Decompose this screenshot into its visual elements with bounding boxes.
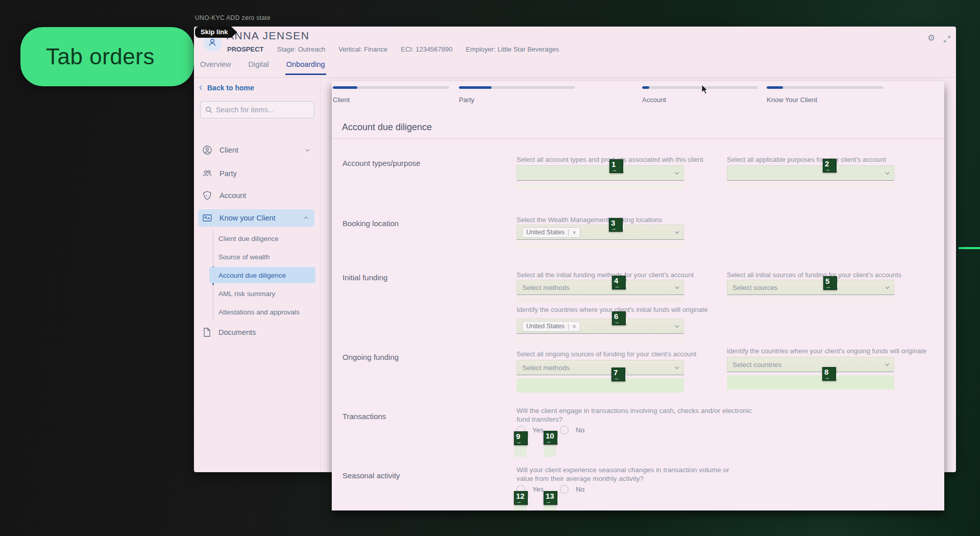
sidebar-item-account[interactable]: Account: [198, 187, 314, 204]
tab-order-badge: 8→: [822, 367, 836, 381]
tab-order-badge: 7→: [611, 368, 625, 381]
chevron-down-icon: [675, 170, 679, 174]
ongoing-sources-select[interactable]: Select methods: [517, 360, 684, 375]
sidebar-item-label: Party: [219, 169, 237, 178]
meta-vertical: Vertical: Finance: [338, 45, 387, 53]
form-panel: Client Party Account Know Your Client Ac…: [332, 81, 944, 510]
chip-label: United States: [526, 229, 565, 236]
chip-remove-icon[interactable]: ×: [572, 323, 576, 330]
field-label: Select the Wealth Management booking loc…: [517, 216, 731, 224]
sidebar-item-label: Client: [219, 146, 238, 154]
tab-order-badge: 1→: [609, 159, 623, 173]
chip-label: United States: [526, 323, 565, 330]
initial-sources-select[interactable]: Select sources: [727, 280, 894, 295]
select-placeholder: Select sources: [732, 284, 778, 291]
progress-track: [642, 86, 758, 89]
gear-icon[interactable]: ⚙: [927, 34, 935, 42]
chevron-down-icon: [675, 229, 679, 233]
expand-icon[interactable]: [943, 35, 951, 43]
green-edge-line: [959, 247, 980, 249]
ghost-strip: [727, 183, 894, 189]
booking-locations-select[interactable]: United States|×: [517, 225, 684, 240]
chevron-down-icon: [885, 284, 889, 288]
back-to-home-label: Back to home: [207, 84, 254, 92]
initial-countries-select[interactable]: United States|×: [517, 319, 684, 334]
tab-order-badge: 2→: [823, 159, 837, 173]
field-label: Identify the countries where your client…: [517, 306, 736, 313]
progress-track: [459, 86, 575, 89]
tab-order-badge: 4→: [612, 276, 626, 289]
progress-fill: [767, 86, 783, 89]
section-seasonal-activity: Seasonal activity: [342, 471, 400, 480]
sidebar-subitem-client-due-diligence[interactable]: Client due diligence: [209, 230, 315, 247]
client-name: ANNA JENSEN: [227, 30, 309, 42]
meta-eci: ECI: 1234567890: [401, 45, 452, 53]
progress-fill: [459, 86, 492, 89]
radio-yes-label: Yes: [532, 426, 544, 434]
ongoing-countries-select[interactable]: Select countries: [727, 357, 894, 372]
chevron-down-icon: [675, 323, 679, 327]
section-ongoing-funding: Ongoing funding: [342, 353, 399, 361]
progress-step-label: Party: [459, 96, 575, 104]
sidebar-subitem-account-due-diligence[interactable]: Account due diligence: [209, 267, 315, 283]
chevron-left-icon: [200, 86, 204, 90]
search-input[interactable]: Search for items...: [200, 101, 314, 118]
header-divider: [194, 77, 956, 78]
sidebar-subitem-attestations[interactable]: Attestations and approvals: [209, 304, 315, 320]
page-title: Account due diligence: [342, 122, 432, 133]
sidebar-item-documents[interactable]: Documents: [198, 324, 314, 341]
chevron-down-icon: [885, 170, 889, 174]
client-meta: PROSPECT Stage: Outreach Vertical: Finan…: [227, 45, 559, 53]
progress-step-label: Client: [333, 96, 449, 104]
account-purposes-select[interactable]: [727, 165, 894, 181]
ghost-strip: [517, 242, 684, 249]
sidebar-subitem-source-of-wealth[interactable]: Source of wealth: [209, 249, 315, 265]
section-booking-location: Booking location: [342, 219, 399, 228]
sidebar-item-client[interactable]: Client: [198, 141, 314, 159]
ghost-strip: [544, 505, 556, 510]
progress-track: [767, 86, 884, 89]
tab-onboarding[interactable]: Onboarding: [285, 58, 326, 75]
select-placeholder: Select countries: [732, 361, 781, 369]
skip-link-button[interactable]: Skip link: [195, 27, 237, 38]
question-text: Will the client engage in transactions i…: [517, 407, 754, 424]
selected-chip: United States|×: [522, 321, 580, 332]
tab-order-badge: 3→: [609, 218, 623, 232]
chevron-up-icon: [304, 216, 308, 221]
party-icon: [202, 168, 212, 179]
section-initial-funding: Initial funding: [342, 273, 387, 282]
field-label: Select all ongoing sources of funding fo…: [517, 350, 731, 358]
ghost-strip: [517, 183, 684, 189]
status-badge: PROSPECT: [227, 45, 264, 53]
sidebar-item-label: Account: [219, 191, 246, 200]
question-text: Will your client experience seasonal cha…: [517, 466, 731, 483]
progress-fill: [642, 86, 649, 89]
progress-track: [333, 86, 449, 89]
radio-no[interactable]: [560, 485, 569, 494]
radio-no-label: No: [576, 426, 584, 434]
tab-orders-annotation-bubble: Tab orders: [20, 27, 194, 86]
tab-overview[interactable]: Overview: [199, 58, 232, 75]
search-placeholder: Search for items...: [216, 106, 274, 114]
account-types-select[interactable]: [517, 165, 684, 181]
select-placeholder: Select methods: [522, 364, 570, 372]
tab-orders-label: Tab orders: [46, 44, 155, 69]
search-icon: [205, 106, 212, 113]
ghost-strip: [514, 505, 527, 510]
meta-employer: Employer: Little Star Beverages: [466, 45, 559, 53]
radio-no[interactable]: [560, 426, 569, 434]
meta-stage: Stage: Outreach: [277, 45, 326, 53]
sidebar-item-party[interactable]: Party: [198, 165, 314, 182]
sidebar-item-know-your-client[interactable]: Know your Client: [198, 209, 314, 227]
chip-remove-icon[interactable]: ×: [572, 229, 576, 236]
initial-methods-select[interactable]: Select methods: [517, 280, 684, 295]
tab-order-badge: 6→: [612, 311, 626, 325]
back-to-home-link[interactable]: Back to home: [200, 84, 254, 92]
section-transactions: Transactions: [342, 412, 386, 421]
progress-step-client: Client: [333, 86, 449, 104]
header-tabs: Overview Digital Onboarding: [199, 58, 326, 75]
tab-order-badge: 12→: [514, 491, 528, 505]
progress-step-label: Account: [642, 96, 758, 104]
tab-digital[interactable]: Digital: [247, 58, 270, 75]
sidebar-subitem-aml-risk-summary[interactable]: AML risk summary: [209, 285, 315, 302]
